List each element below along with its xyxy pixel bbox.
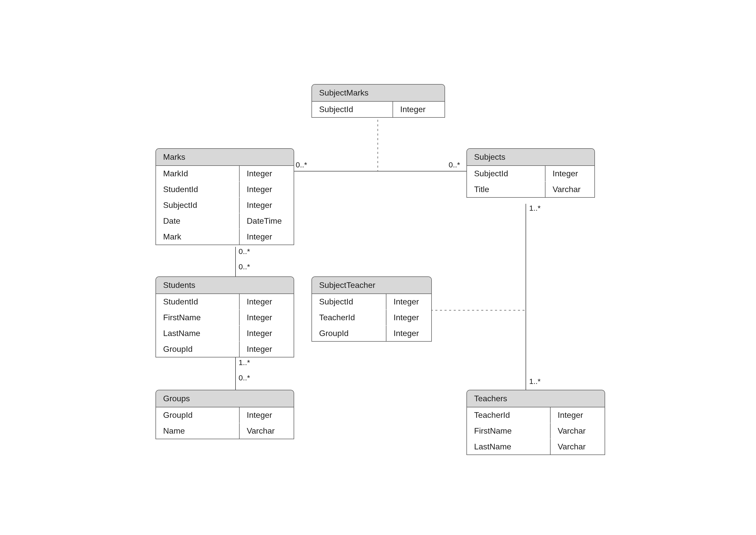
entity-row: GroupId Integer [312, 325, 431, 341]
entity-row: Title Varchar [467, 182, 595, 197]
field-type: Integer [240, 182, 294, 197]
field-type: Varchar [551, 423, 605, 439]
field-type: Integer [240, 310, 294, 325]
entity-title: SubjectTeacher [312, 277, 431, 294]
field-type: Integer [551, 408, 605, 423]
multiplicity-label: 1..* [239, 358, 250, 367]
field-type: Integer [387, 294, 432, 310]
field-name: StudentId [156, 182, 240, 197]
field-name: SubjectId [312, 102, 393, 117]
entity-row: LastName Varchar [467, 439, 605, 455]
entity-subjects: Subjects SubjectId Integer Title Varchar [466, 148, 595, 198]
field-type: Integer [240, 166, 294, 182]
field-type: Integer [240, 197, 294, 213]
field-type: Integer [240, 408, 294, 423]
entity-row: SubjectId Integer [312, 102, 445, 117]
entity-row: StudentId Integer [156, 182, 294, 197]
entity-row: Mark Integer [156, 229, 294, 244]
field-type: Integer [240, 229, 294, 244]
field-name: Date [156, 213, 240, 229]
multiplicity-label: 1..* [529, 377, 540, 386]
field-type: Integer [240, 325, 294, 341]
field-type: Integer [387, 310, 432, 325]
entity-row: TeacherId Integer [467, 408, 605, 423]
entity-body: StudentId Integer FirstName Integer Last… [156, 294, 294, 357]
entity-title: Teachers [467, 390, 605, 408]
multiplicity-label: 0..* [449, 160, 460, 169]
multiplicity-label: 0..* [239, 247, 250, 256]
field-name: LastName [156, 325, 240, 341]
field-name: SubjectId [312, 294, 387, 310]
entity-body: SubjectId Integer TeacherId Integer Grou… [312, 294, 431, 341]
entity-students: Students StudentId Integer FirstName Int… [156, 276, 294, 357]
entity-marks: Marks MarkId Integer StudentId Integer S… [156, 148, 294, 245]
field-type: Varchar [545, 182, 595, 197]
entity-body: MarkId Integer StudentId Integer Subject… [156, 166, 294, 244]
multiplicity-label: 0..* [296, 160, 307, 169]
field-type: Integer [240, 294, 294, 310]
entity-groups: Groups GroupId Integer Name Varchar [156, 390, 294, 439]
connector-layer [0, 0, 756, 535]
entity-title: Students [156, 277, 294, 294]
entity-row: FirstName Integer [156, 310, 294, 325]
field-type: DateTime [240, 213, 294, 229]
field-name: Name [156, 423, 240, 439]
field-name: MarkId [156, 166, 240, 182]
entity-body: SubjectId Integer Title Varchar [467, 166, 595, 197]
field-name: TeacherId [312, 310, 387, 325]
multiplicity-label: 0..* [239, 263, 250, 271]
entity-teachers: Teachers TeacherId Integer FirstName Var… [466, 390, 605, 455]
entity-title: Marks [156, 149, 294, 166]
field-name: SubjectId [156, 197, 240, 213]
entity-body: SubjectId Integer [312, 102, 445, 117]
field-type: Varchar [551, 439, 605, 455]
entity-row: SubjectId Integer [156, 197, 294, 213]
entity-row: Date DateTime [156, 213, 294, 229]
field-name: LastName [467, 439, 551, 455]
entity-body: GroupId Integer Name Varchar [156, 408, 294, 439]
field-name: GroupId [312, 325, 387, 341]
field-name: FirstName [467, 423, 551, 439]
field-name: SubjectId [467, 166, 545, 182]
entity-row: GroupId Integer [156, 408, 294, 423]
entity-subjectmarks: SubjectMarks SubjectId Integer [311, 84, 445, 118]
entity-row: StudentId Integer [156, 294, 294, 310]
entity-subjectteacher: SubjectTeacher SubjectId Integer Teacher… [311, 276, 432, 342]
entity-row: SubjectId Integer [312, 294, 431, 310]
entity-row: FirstName Varchar [467, 423, 605, 439]
multiplicity-label: 1..* [529, 204, 540, 212]
multiplicity-label: 0..* [239, 374, 250, 382]
entity-title: SubjectMarks [312, 85, 445, 102]
entity-row: Name Varchar [156, 423, 294, 439]
field-type: Integer [240, 341, 294, 357]
entity-title: Groups [156, 390, 294, 408]
field-type: Varchar [240, 423, 294, 439]
entity-row: LastName Integer [156, 325, 294, 341]
field-name: GroupId [156, 341, 240, 357]
field-type: Integer [387, 325, 432, 341]
field-name: Mark [156, 229, 240, 244]
field-name: Title [467, 182, 545, 197]
field-name: StudentId [156, 294, 240, 310]
field-type: Integer [393, 102, 445, 117]
entity-title: Subjects [467, 149, 595, 166]
entity-row: TeacherId Integer [312, 310, 431, 325]
field-name: TeacherId [467, 408, 551, 423]
entity-row: SubjectId Integer [467, 166, 595, 182]
field-type: Integer [545, 166, 595, 182]
field-name: GroupId [156, 408, 240, 423]
entity-row: MarkId Integer [156, 166, 294, 182]
field-name: FirstName [156, 310, 240, 325]
entity-body: TeacherId Integer FirstName Varchar Last… [467, 408, 605, 455]
entity-row: GroupId Integer [156, 341, 294, 357]
